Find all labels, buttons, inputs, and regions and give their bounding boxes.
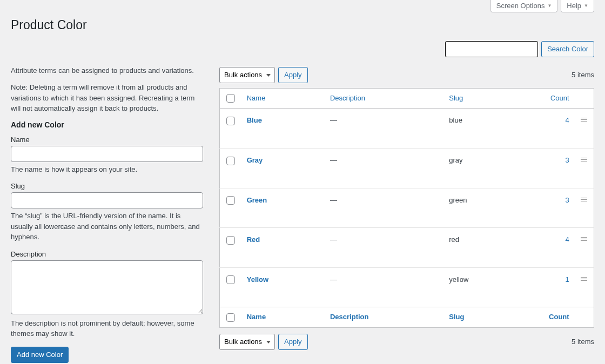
table-row: Gray—gray3 [220,149,594,188]
term-count-link[interactable]: 1 [565,275,569,284]
select-all-top[interactable] [226,94,235,103]
slug-field-desc: The “slug” is the URL-friendly version o… [11,211,203,242]
row-checkbox[interactable] [226,236,235,245]
term-slug: blue [443,109,539,149]
term-name-link[interactable]: Blue [247,116,262,124]
name-field-desc: The name is how it appears on your site. [11,164,203,175]
term-count-link[interactable]: 4 [565,235,569,244]
term-count-link[interactable]: 4 [565,116,569,124]
apply-button-bottom[interactable]: Apply [278,334,308,350]
items-count-bottom: 5 items [572,338,594,346]
col-header-description[interactable]: Description [330,94,365,102]
term-description: — [325,267,443,307]
row-checkbox[interactable] [226,196,235,205]
search-button[interactable]: Search Color [541,41,594,57]
slug-field-label: Slug [11,182,203,190]
col-footer-slug[interactable]: Slug [449,313,464,321]
slug-field[interactable] [11,192,203,208]
page-title: Product Color [11,12,594,36]
name-field[interactable] [11,146,203,162]
name-field-label: Name [11,136,203,144]
table-row: Red—red4 [220,228,594,268]
description-field[interactable] [11,260,203,314]
term-name-link[interactable]: Yellow [247,275,268,284]
term-description: — [325,109,443,149]
term-description: — [325,188,443,228]
col-header-name[interactable]: Name [247,94,266,102]
row-checkbox[interactable] [226,157,235,165]
term-name-link[interactable]: Red [247,235,260,244]
drag-handle-icon[interactable] [581,236,587,242]
items-count-top: 5 items [572,71,594,79]
col-header-count[interactable]: Count [550,94,569,102]
drag-handle-icon[interactable] [581,117,587,123]
bulk-actions-select-bottom[interactable]: Bulk actions [219,334,275,350]
term-count-link[interactable]: 3 [565,156,569,164]
term-slug: yellow [443,267,539,307]
terms-table: Name Description Slug Count Blue—blue4Gr… [219,88,594,328]
apply-button-top[interactable]: Apply [278,67,308,83]
screen-options-toggle[interactable]: Screen Options ▼ [490,0,558,12]
search-input[interactable] [445,41,538,57]
term-name-link[interactable]: Green [247,196,267,204]
drag-handle-icon[interactable] [581,157,587,163]
screen-options-label: Screen Options [496,2,545,10]
select-all-bottom[interactable] [226,313,235,322]
table-row: Yellow—yellow1 [220,267,594,307]
chevron-down-icon: ▼ [547,3,552,8]
chevron-down-icon: ▼ [584,3,588,8]
term-slug: gray [443,149,539,188]
drag-handle-icon[interactable] [581,276,587,282]
col-header-slug[interactable]: Slug [449,94,463,102]
description-field-label: Description [11,250,203,258]
term-count-link[interactable]: 3 [565,196,569,204]
col-footer-name[interactable]: Name [247,313,266,321]
table-row: Blue—blue4 [220,109,594,149]
table-row: Green—green3 [220,188,594,228]
term-description: — [325,228,443,268]
add-new-heading: Add new Color [11,120,203,129]
col-footer-description[interactable]: Description [330,313,369,321]
col-footer-count[interactable]: Count [549,313,569,321]
help-label: Help [567,2,581,10]
term-name-link[interactable]: Gray [247,156,263,164]
term-slug: green [443,188,539,228]
help-toggle[interactable]: Help ▼ [561,0,594,12]
row-checkbox[interactable] [226,275,235,284]
term-slug: red [443,228,539,268]
bulk-actions-select-top[interactable]: Bulk actions [219,67,275,83]
intro-text-2: Note: Deleting a term will remove it fro… [11,82,203,114]
term-description: — [325,149,443,188]
intro-text-1: Attribute terms can be assigned to produ… [11,65,203,76]
drag-handle-icon[interactable] [581,197,587,203]
description-field-desc: The description is not prominent by defa… [11,318,203,339]
row-checkbox[interactable] [226,117,235,125]
add-new-color-button[interactable]: Add new Color [11,347,69,363]
